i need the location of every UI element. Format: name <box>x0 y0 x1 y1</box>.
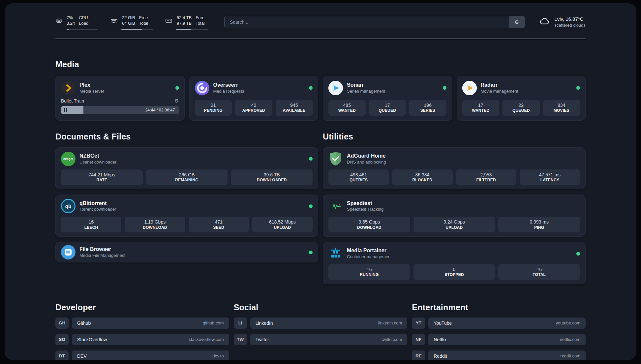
status-dot <box>576 252 580 256</box>
stat-value: 1.19 Gbps <box>126 219 184 225</box>
stat-value: 485 <box>330 102 364 108</box>
app-name: AdGuard Home <box>347 153 386 160</box>
stat-label: TOTAL <box>500 272 579 278</box>
link-linkedin[interactable]: LI LinkedIn linkedin.com <box>234 318 408 329</box>
link-abbr: NF <box>412 334 425 345</box>
stat-tile: 16 RUNNING <box>328 264 410 280</box>
link-abbr: GH <box>55 318 69 329</box>
link-url: netflix.com <box>560 337 580 342</box>
stat-label: RATE <box>62 178 141 183</box>
stat-value: 498,461 <box>330 172 387 178</box>
app-card-filebrowser[interactable]: File Browser Media File Management <box>55 242 318 262</box>
status-dot <box>309 86 313 90</box>
stat-tile: 22 QUEUED <box>503 100 540 116</box>
seek-bar[interactable]: 24:44 / 02:06:47 <box>61 106 179 114</box>
app-card-adguard[interactable]: AdGuard Home DNS and adblocking 498,461 … <box>323 147 586 190</box>
memory-icon <box>110 17 118 25</box>
section-entertainment: Entertainment YT YouTube youtube.com NF … <box>412 303 586 360</box>
stat-tile: 21 PENDING <box>195 100 232 116</box>
stat-value: 16 <box>330 266 409 272</box>
link-dev[interactable]: DT DEV dev.to <box>55 350 229 360</box>
app-card-speedtest[interactable]: Speedtest Speedtest Tracking 9.65 Gbps D… <box>323 195 586 237</box>
section-utilities: Utilities <box>323 132 586 284</box>
stat-label: APPROVED <box>236 108 271 113</box>
app-card-nzbget[interactable]: nzbget NZBGet Usenet downloader 744.21 M… <box>55 147 318 190</box>
app-card-radarr[interactable]: Radarr Movie management 17 WANTED 22 QUE… <box>457 76 586 121</box>
link-stackoverflow[interactable]: SO StackOverflow stackoverflow.com <box>55 334 229 345</box>
link-twitter[interactable]: TW Twitter twitter.com <box>234 334 408 345</box>
stat-tile: 1.19 Gbps DOWNLOAD <box>125 217 185 232</box>
stat-tile: 0.993 ms PING <box>498 217 580 232</box>
link-abbr: SO <box>55 334 69 345</box>
sonarr-icon <box>328 81 343 95</box>
link-reddit[interactable]: RE Reddit reddit.com <box>412 350 586 360</box>
section-documents: Documents & Files nzbget NZBGet Usenet d… <box>55 132 318 263</box>
app-subtitle: Media server <box>79 89 104 94</box>
stat-label: BLOCKED <box>393 178 451 183</box>
stat-tile: 16 LEECH <box>61 217 121 232</box>
link-name: Twitter <box>256 337 269 342</box>
app-card-portainer[interactable]: Media Portainer Container management 16 … <box>323 242 586 284</box>
stat-value: 16 <box>62 219 120 225</box>
stat-label: DOWNLOAD <box>330 225 409 230</box>
filebrowser-icon <box>61 245 76 259</box>
stat-tile: 618.52 Mbps UPLOAD <box>252 217 313 232</box>
app-card-sonarr[interactable]: Sonarr Series management 485 WANTED 17 Q… <box>323 76 452 121</box>
section-title-social: Social <box>234 303 408 312</box>
stat-value: 266 GB <box>147 172 227 178</box>
stat-label: SEED <box>190 225 248 230</box>
section-title-entertainment: Entertainment <box>412 303 586 312</box>
stat-tile: 485 WANTED <box>328 100 366 116</box>
link-youtube[interactable]: YT YouTube youtube.com <box>412 318 586 329</box>
app-subtitle: Usenet downloader <box>79 160 116 165</box>
link-name: DEV <box>77 353 87 359</box>
app-subtitle: Speedtest Tracking <box>347 207 383 212</box>
stat-value: 834 <box>544 102 579 108</box>
section-title-media: Media <box>55 60 586 69</box>
cpu-label-top: CPU <box>79 15 88 21</box>
app-subtitle: Movie management <box>481 89 518 94</box>
section-developer: Developer GH Github github.com SO StackO… <box>55 303 229 360</box>
stat-value: 40 <box>236 102 271 108</box>
stat-label: WANTED <box>464 108 498 113</box>
stat-label: STOPPED <box>415 272 494 278</box>
stat-value: 0.993 ms <box>500 219 579 225</box>
search-input[interactable] <box>225 16 509 28</box>
app-subtitle: Media Requests <box>213 89 244 94</box>
weather-location: Lviv, 16.87°C <box>554 16 586 22</box>
stat-label: DOWNLOAD <box>126 225 184 230</box>
stat-label: REMAINING <box>147 178 227 183</box>
stat-label: WANTED <box>330 108 364 113</box>
app-card-qbittorrent[interactable]: qb qBittorrent Torrent downloader 16 <box>55 195 318 237</box>
search-engine-button[interactable]: G <box>509 16 524 28</box>
adguard-icon <box>328 152 343 166</box>
dashboard-panel: 7% 3.24 CPU Load <box>5 3 636 360</box>
cpu-icon <box>55 17 63 24</box>
section-title-documents: Documents & Files <box>55 132 318 141</box>
status-dot <box>309 251 313 254</box>
stat-label: LATENCY <box>521 178 579 183</box>
stat-tile: 945 AVAILABLE <box>276 100 313 116</box>
link-abbr: LI <box>234 318 247 329</box>
now-playing-title: Bullet Train <box>61 98 84 104</box>
stat-tile: 498,461 QUERIES <box>328 169 389 185</box>
pause-icon[interactable] <box>64 108 67 112</box>
link-url: stackoverflow.com <box>189 337 224 342</box>
app-name: NZBGet <box>79 153 116 160</box>
gear-icon[interactable]: ⚙ <box>174 98 179 104</box>
link-netflix[interactable]: NF Netflix netflix.com <box>412 334 586 345</box>
app-card-overseerr[interactable]: Overseerr Media Requests 21 PENDING 40 A… <box>189 76 319 121</box>
app-subtitle: Series management <box>347 89 385 94</box>
stat-value: 9.65 Gbps <box>330 219 409 225</box>
qbittorrent-icon: qb <box>61 199 76 213</box>
stat-label: FILTERED <box>457 178 515 183</box>
app-card-plex[interactable]: Plex Media server Bullet Train ⚙ 24:44 /… <box>55 76 185 121</box>
link-abbr: RE <box>412 350 425 360</box>
link-github[interactable]: GH Github github.com <box>55 318 229 329</box>
disk-free: 52.4 TB <box>177 15 192 21</box>
memory-label-top: Free <box>139 15 148 21</box>
status-dot <box>443 86 446 90</box>
stat-value: 471 <box>190 219 248 225</box>
disk-label-bottom: Total <box>196 21 204 26</box>
status-dot <box>175 86 179 90</box>
